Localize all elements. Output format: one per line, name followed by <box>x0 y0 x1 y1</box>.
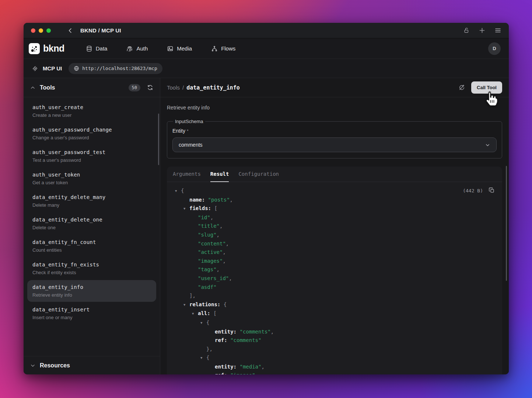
nav-item-label: Auth <box>136 45 148 52</box>
main-header: Tools / data_entity_info Call Tool <box>160 78 509 97</box>
tool-item-auth_user_password_test[interactable]: auth_user_password_testTest a user's pas… <box>27 145 156 167</box>
breadcrumb-tools[interactable]: Tools <box>167 84 180 91</box>
tool-description: Insert one or many <box>32 315 151 320</box>
traffic-lights <box>31 28 51 33</box>
tool-description: Check if entity exists <box>32 270 151 275</box>
json-line: ref: "images" <box>174 371 495 374</box>
mcp-url: http://localhost:28623/mcp <box>82 66 157 71</box>
tools-section-header[interactable]: Tools 50 <box>24 78 160 97</box>
tool-item-data_entity_delete_many[interactable]: data_entity_delete_manyDelete many <box>27 190 156 212</box>
copy-icon[interactable] <box>489 187 495 193</box>
mcp-url-pill[interactable]: http://localhost:28623/mcp <box>69 63 162 74</box>
input-schema-legend: InputSchema <box>173 119 205 124</box>
entity-field-label: Entity* <box>172 128 497 134</box>
tool-name: data_entity_info <box>32 284 151 290</box>
tool-item-auth_user_create[interactable]: auth_user_createCreate a new user <box>27 100 156 122</box>
tool-item-data_entity_delete_one[interactable]: data_entity_delete_oneDelete one <box>27 213 156 234</box>
new-tab-plus-icon[interactable] <box>479 27 486 34</box>
json-line: "id", <box>174 213 495 222</box>
json-line: "images", <box>174 257 495 266</box>
menu-icon[interactable] <box>494 27 501 34</box>
nav-item-auth[interactable]: Auth <box>126 45 148 52</box>
tool-description: Retrieve entity info <box>32 292 151 298</box>
tool-description: Count entities <box>32 247 151 253</box>
mcp-bar-title: MCP UI <box>43 65 62 71</box>
json-line: "slug", <box>174 231 495 240</box>
json-line[interactable]: ▼fields: [ <box>174 204 495 213</box>
json-line: "active", <box>174 248 495 257</box>
json-line[interactable]: ▼{ <box>174 186 495 196</box>
main-content: Retrieve entity info InputSchema Entity*… <box>160 97 509 374</box>
user-avatar[interactable]: D <box>488 42 501 55</box>
main-panel: Tools / data_entity_info Call Tool Retri… <box>160 78 509 374</box>
mcp-logo-icon <box>32 65 38 71</box>
tool-description: Delete one <box>32 225 151 230</box>
auto-refresh-off-icon[interactable] <box>458 84 465 91</box>
json-line: "tags", <box>174 265 495 274</box>
window-title: BKND / MCP UI <box>80 27 121 34</box>
tab-configuration[interactable]: Configuration <box>238 167 279 182</box>
select-chevron-down-icon <box>485 142 490 148</box>
collapse-triangle-icon[interactable]: ▼ <box>200 319 206 328</box>
minimize-window-button[interactable] <box>39 28 43 33</box>
nav-item-label: Media <box>177 45 192 52</box>
collapse-triangle-icon[interactable]: ▼ <box>192 310 198 318</box>
tool-name: data_entity_insert <box>32 307 151 313</box>
tool-name: data_entity_delete_many <box>32 194 151 200</box>
bknd-logo-icon <box>29 43 40 54</box>
json-line: "title", <box>174 222 495 231</box>
nav-item-data[interactable]: Data <box>86 45 108 52</box>
tool-item-data_entity_fn_exists[interactable]: data_entity_fn_existsCheck if entity exi… <box>27 258 156 279</box>
tool-item-auth_user_token[interactable]: auth_user_tokenGet a user token <box>27 168 156 189</box>
globe-icon <box>74 66 79 71</box>
collapse-triangle-icon[interactable]: ▼ <box>183 205 189 213</box>
collapse-triangle-icon[interactable]: ▼ <box>200 354 206 363</box>
tool-description: Get a user token <box>32 180 151 185</box>
json-result-panel: (442 B) ▼{name: "posts",▼fields: ["id","… <box>167 182 502 374</box>
json-tree: ▼{name: "posts",▼fields: ["id","title","… <box>174 186 495 374</box>
tab-arguments[interactable]: Arguments <box>173 167 201 182</box>
tool-description: Retrieve entity info <box>167 105 502 111</box>
required-asterisk: * <box>187 129 189 134</box>
collapse-triangle-icon[interactable]: ▼ <box>183 301 189 310</box>
collapse-triangle-icon[interactable]: ▼ <box>175 187 181 196</box>
json-line[interactable]: ▼{ <box>174 318 495 328</box>
entity-select[interactable]: comments <box>172 137 497 152</box>
brand-logo[interactable]: bknd <box>29 43 64 54</box>
tool-name: auth_user_password_change <box>32 127 151 133</box>
result-card: ArgumentsResultConfiguration (442 B) ▼{n… <box>167 167 502 374</box>
result-tabs: ArgumentsResultConfiguration <box>167 167 502 182</box>
tool-item-data_entity_info[interactable]: data_entity_infoRetrieve entity info <box>27 280 156 302</box>
call-tool-button[interactable]: Call Tool <box>471 81 502 94</box>
result-size-label: (442 B) <box>463 188 483 193</box>
resources-section-header[interactable]: Resources <box>24 356 160 374</box>
tool-item-auth_user_password_change[interactable]: auth_user_password_changeChange a user's… <box>27 123 156 144</box>
lock-open-icon[interactable] <box>463 27 470 34</box>
maximize-window-button[interactable] <box>46 28 51 33</box>
json-line[interactable]: ▼all: [ <box>174 309 495 318</box>
json-line[interactable]: ▼relations: { <box>174 300 495 310</box>
tool-description: Delete many <box>32 202 151 208</box>
fingerprint-icon <box>126 45 133 52</box>
nav-item-flows[interactable]: Flows <box>211 45 235 52</box>
back-icon[interactable] <box>67 27 74 34</box>
sidebar-scrollbar[interactable] <box>158 114 159 165</box>
tool-name: auth_user_create <box>32 104 151 110</box>
main-scrollbar[interactable] <box>506 166 507 281</box>
close-window-button[interactable] <box>31 28 35 33</box>
refresh-tools-icon[interactable] <box>147 84 153 91</box>
tool-item-data_entity_fn_count[interactable]: data_entity_fn_countCount entities <box>27 235 156 257</box>
breadcrumb-tool-name: data_entity_info <box>186 84 240 91</box>
resources-header-label: Resources <box>40 362 70 369</box>
tool-item-data_entity_insert[interactable]: data_entity_insertInsert one or many <box>27 303 156 324</box>
json-line: "users_id", <box>174 274 495 283</box>
chevron-up-icon <box>30 85 35 90</box>
tab-result[interactable]: Result <box>210 167 229 182</box>
tools-count-badge: 50 <box>129 84 140 91</box>
json-line: name: "posts", <box>174 196 495 205</box>
nav-item-media[interactable]: Media <box>167 45 192 52</box>
json-line: ], <box>174 291 495 300</box>
window-titlebar: BKND / MCP UI <box>24 23 509 38</box>
json-line[interactable]: ▼{ <box>174 353 495 363</box>
nav-item-label: Data <box>96 45 108 52</box>
